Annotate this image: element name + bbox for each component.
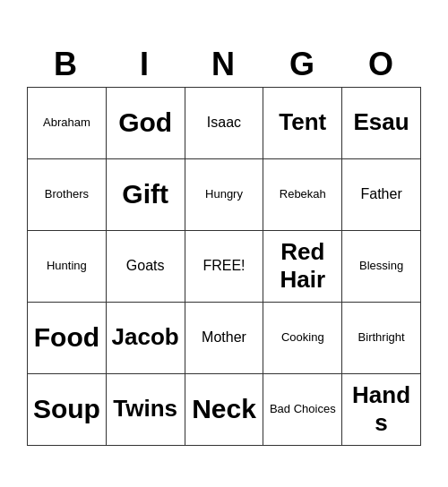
bingo-cell: Birthright xyxy=(342,303,421,374)
bingo-cell: Hunting xyxy=(28,231,107,303)
cell-text: Gift xyxy=(122,178,168,210)
bingo-cell: Mother xyxy=(185,303,264,374)
cell-text: Neck xyxy=(192,393,256,425)
cell-text: Goats xyxy=(126,257,165,274)
cell-text: Jacob xyxy=(112,323,179,351)
cell-text: Bad Choices xyxy=(270,402,336,416)
cell-text: Hunting xyxy=(47,259,87,273)
cell-text: God xyxy=(118,107,172,139)
bingo-cell: Blessing xyxy=(342,231,421,303)
cell-text: Hungry xyxy=(205,187,243,201)
header-letter: O xyxy=(342,42,421,87)
bingo-cell: Twins xyxy=(107,374,185,446)
bingo-cell: Esau xyxy=(342,88,421,159)
bingo-cell: Bad Choices xyxy=(263,374,342,446)
cell-text: Brothers xyxy=(45,187,89,201)
bingo-cell: Food xyxy=(28,303,107,374)
cell-text: Esau xyxy=(354,108,409,136)
bingo-card: BINGO AbrahamGodIsaacTentEsauBrothersGif… xyxy=(18,33,430,455)
header-letter: I xyxy=(106,42,185,87)
cell-text: Soup xyxy=(33,393,100,425)
bingo-cell: Isaac xyxy=(185,88,264,159)
bingo-cell: Abraham xyxy=(28,88,107,159)
bingo-header: BINGO xyxy=(27,42,421,87)
bingo-cell: Soup xyxy=(28,374,107,446)
cell-text: Birthright xyxy=(358,330,405,345)
bingo-cell: God xyxy=(107,88,185,159)
cell-text: Father xyxy=(360,185,401,202)
cell-text: Cooking xyxy=(281,330,324,345)
bingo-cell: Hungry xyxy=(185,159,264,231)
bingo-cell: Brothers xyxy=(28,159,107,231)
cell-text: FREE! xyxy=(202,257,245,274)
bingo-cell: Father xyxy=(342,159,421,231)
cell-text: Isaac xyxy=(207,114,241,131)
bingo-cell: Red Hair xyxy=(263,231,342,303)
cell-text: Mother xyxy=(202,329,246,346)
cell-text: Tent xyxy=(279,108,326,136)
bingo-cell: Hands xyxy=(342,374,421,446)
cell-text: Twins xyxy=(113,395,177,423)
cell-text: Red Hair xyxy=(267,238,338,294)
bingo-cell: Jacob xyxy=(107,303,185,374)
bingo-grid: AbrahamGodIsaacTentEsauBrothersGiftHungr… xyxy=(27,87,421,446)
bingo-cell: Neck xyxy=(185,374,264,446)
bingo-cell: FREE! xyxy=(185,231,264,303)
cell-text: Blessing xyxy=(359,259,403,273)
bingo-cell: Goats xyxy=(107,231,185,303)
bingo-cell: Gift xyxy=(107,159,185,231)
bingo-cell: Rebekah xyxy=(263,159,342,231)
cell-text: Abraham xyxy=(43,115,90,130)
cell-text: Rebekah xyxy=(280,187,326,201)
header-letter: B xyxy=(27,42,106,87)
bingo-cell: Tent xyxy=(263,88,342,159)
cell-text: Food xyxy=(34,321,99,354)
header-letter: G xyxy=(263,42,342,87)
cell-text: Hands xyxy=(346,381,417,437)
bingo-cell: Cooking xyxy=(263,303,342,374)
header-letter: N xyxy=(185,42,263,87)
